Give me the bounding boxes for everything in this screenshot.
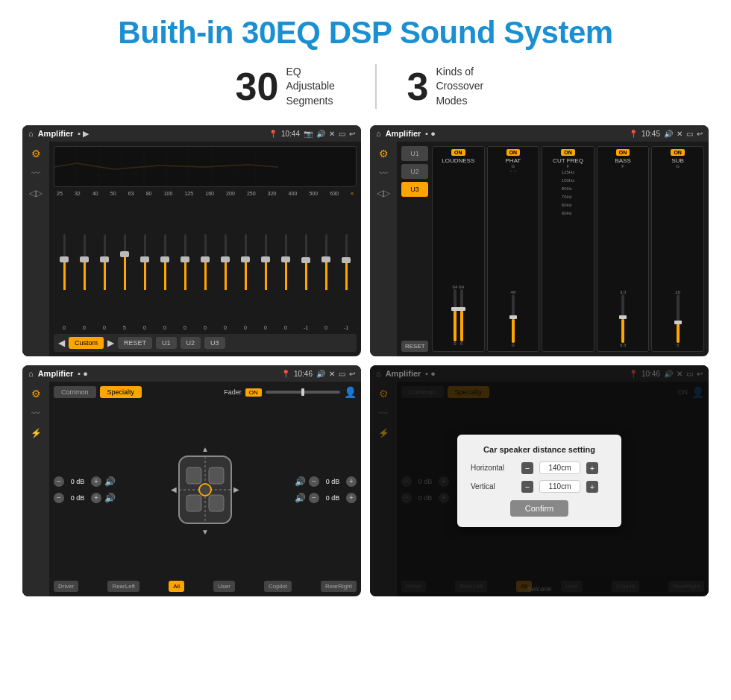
loudness-slider-2[interactable] (460, 289, 463, 341)
eq-filter-icon[interactable]: ⚙ (31, 148, 41, 160)
user-btn[interactable]: User (213, 581, 235, 592)
left-rear-plus[interactable]: + (91, 493, 101, 503)
home-icon-2[interactable]: ⌂ (376, 129, 381, 138)
right-rear-plus[interactable]: + (346, 493, 357, 503)
screens-grid: ⌂ Amplifier ▪ ▶ 📍 10:44 📷 🔊 ✕ ▭ ↩ ⚙ (22, 125, 709, 596)
eq-slider-7[interactable]: 0 (196, 200, 214, 330)
eq-slider-4[interactable]: 0 (136, 200, 154, 330)
back-icon-2[interactable]: ↩ (697, 130, 703, 138)
sub-slider[interactable] (677, 294, 680, 343)
window-icon-2[interactable]: ▭ (686, 130, 693, 138)
u3-preset[interactable]: U3 (401, 182, 428, 197)
cross-reset[interactable]: RESET (401, 341, 428, 352)
rearright-btn[interactable]: RearRight (321, 581, 357, 592)
eq-slider-0[interactable]: 0 (55, 200, 73, 330)
svg-rect-15 (186, 495, 201, 511)
eq-slider-11[interactable]: 0 (277, 200, 295, 330)
right-front-minus[interactable]: − (309, 476, 319, 487)
eq-slider-3[interactable]: 5 (116, 200, 134, 330)
bass-slider[interactable] (621, 294, 624, 343)
freq-400: 400 (289, 191, 298, 196)
u2-preset[interactable]: U2 (401, 164, 428, 179)
horizontal-plus[interactable]: + (586, 462, 598, 474)
volume-side-icon-2[interactable]: ◁▷ (377, 188, 390, 198)
eq-slider-8[interactable]: 0 (216, 200, 234, 330)
home-icon-3[interactable]: ⌂ (28, 369, 34, 378)
x-icon-2[interactable]: ✕ (677, 130, 683, 138)
rearleft-btn[interactable]: RearLeft (107, 581, 139, 592)
all-btn[interactable]: All (169, 581, 184, 592)
right-front-plus[interactable]: + (346, 476, 357, 487)
bass-on[interactable]: ON (616, 149, 630, 156)
left-rear-minus[interactable]: − (54, 493, 64, 503)
eq-slider-13[interactable]: 0 (317, 200, 335, 330)
right-rear-minus[interactable]: − (309, 493, 319, 503)
left-front-minus[interactable]: − (54, 476, 64, 487)
eq-icon: ▪ ▶ (78, 129, 89, 139)
scroll-icon[interactable]: » (351, 191, 354, 196)
eq-slider-9[interactable]: 0 (236, 200, 254, 330)
eq-slider-12[interactable]: -1 (297, 200, 315, 330)
loudness-slider-1[interactable] (454, 289, 457, 341)
sub-on[interactable]: ON (671, 149, 685, 156)
driver-btn[interactable]: Driver (54, 581, 78, 592)
freq-160: 160 (205, 191, 214, 196)
copilot-btn[interactable]: Copilot (264, 581, 292, 592)
confirm-button[interactable]: Confirm (510, 500, 569, 517)
svg-text:◀: ◀ (171, 485, 177, 494)
eq-slider-2[interactable]: 0 (95, 200, 113, 330)
u1-btn[interactable]: U1 (156, 337, 177, 349)
eq-slider-5[interactable]: 0 (156, 200, 174, 330)
u3-btn[interactable]: U3 (204, 337, 225, 349)
wave-icon-3[interactable]: 〰 (31, 409, 40, 419)
bass-header: ON (616, 149, 630, 156)
back-icon[interactable]: ↩ (349, 130, 355, 138)
fader-on-badge[interactable]: ON (245, 388, 262, 397)
screen2-status-left: ⌂ Amplifier ▪ ● (376, 129, 436, 138)
cutfreq-on[interactable]: ON (561, 149, 575, 156)
loudness-on[interactable]: ON (451, 149, 465, 156)
back-icon-3[interactable]: ↩ (349, 370, 355, 378)
speaker-layout: − 0 dB + 🔊 − 0 dB + 🔊 (54, 402, 357, 577)
specialty-tab[interactable]: Specialty (100, 386, 142, 398)
u1-preset[interactable]: U1 (401, 146, 428, 161)
left-front-plus[interactable]: + (91, 476, 101, 487)
phat-on[interactable]: ON (506, 149, 521, 156)
screen1-content: ⚙ 〰 ◁▷ (22, 142, 361, 356)
phat-header: ON (506, 149, 521, 156)
bluetooth-icon[interactable]: ⚡ (31, 428, 42, 438)
u2-btn[interactable]: U2 (181, 337, 201, 349)
next-arrow[interactable]: ▶ (107, 338, 114, 348)
common-tab[interactable]: Common (54, 386, 96, 398)
reset-btn[interactable]: RESET (118, 337, 152, 349)
screen2-side-panel: ⚙ 〰 ◁▷ (370, 142, 397, 356)
eq-slider-6[interactable]: 0 (176, 200, 194, 330)
wave-icon-2[interactable]: 〰 (379, 168, 388, 179)
window-icon-3[interactable]: ▭ (339, 370, 345, 378)
x-icon[interactable]: ✕ (329, 130, 335, 138)
custom-btn[interactable]: Custom (69, 337, 104, 349)
eq-slider-14[interactable]: -1 (337, 200, 355, 330)
eq-slider-10[interactable]: 0 (257, 200, 274, 330)
phat-slider[interactable] (512, 294, 515, 343)
eq-filter-icon-2[interactable]: ⚙ (379, 148, 389, 160)
screen-dialog: ⌂ Amplifier ▪ ● 📍 10:46 🔊 ✕ ▭ ↩ ⚙ 〰 ⚡ (370, 365, 709, 596)
user-icon[interactable]: 👤 (344, 386, 357, 398)
home-icon[interactable]: ⌂ (28, 129, 34, 138)
eq-grid (54, 147, 278, 187)
eq-slider-1[interactable]: 0 (75, 200, 93, 330)
vertical-minus[interactable]: − (521, 481, 533, 493)
fader-track[interactable] (266, 391, 340, 394)
prev-arrow[interactable]: ◀ (58, 338, 65, 348)
window-icon[interactable]: ▭ (339, 130, 345, 138)
eq-filter-icon-3[interactable]: ⚙ (31, 388, 41, 400)
fader-label: Fader (224, 388, 242, 396)
cross-channels: ON LOUDNESS 64 (432, 146, 704, 352)
horizontal-minus[interactable]: − (521, 462, 533, 474)
stat1-desc: EQ AdjustableSegments (286, 65, 345, 109)
x-icon-3[interactable]: ✕ (329, 370, 335, 378)
screen1-title: Amplifier (38, 129, 74, 138)
wave-icon[interactable]: 〰 (31, 168, 40, 179)
vertical-plus[interactable]: + (586, 481, 598, 493)
volume-side-icon[interactable]: ◁▷ (29, 188, 43, 198)
